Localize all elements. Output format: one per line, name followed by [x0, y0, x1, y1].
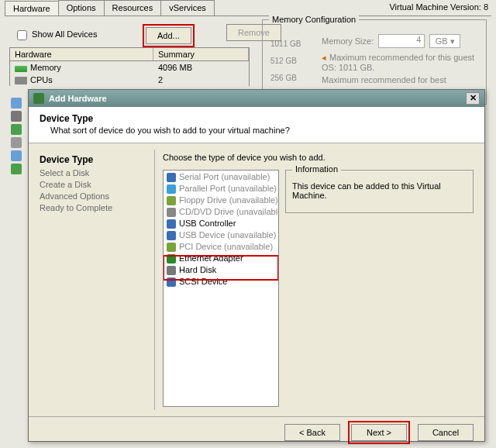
memory-size-label: Memory Size: — [322, 36, 374, 46]
device-type-icon — [167, 243, 176, 252]
device-type-icon — [167, 254, 176, 264]
dialog-heading: Device Type — [40, 113, 474, 124]
memory-icon — [15, 66, 27, 72]
device-option: PCI Device (unavailable) — [164, 241, 278, 253]
mem-rec-1: Maximum recommended for this guest OS: 1… — [322, 53, 474, 72]
tabs: Hardware Options Resources vServices — [5, 0, 214, 16]
device-type-icon — [167, 219, 176, 229]
step-item[interactable]: Select a Disk — [40, 168, 146, 177]
hardware-table: Hardware Summary Memory 4096 MB CPUs 2 — [9, 47, 250, 86]
device-option[interactable]: USB Controller — [164, 218, 278, 229]
device-type-icon — [167, 173, 176, 182]
info-text: This device can be added to this Virtual… — [292, 181, 467, 200]
next-button-highlight: Next > — [348, 421, 410, 444]
memory-size-input[interactable]: 4 — [378, 34, 425, 48]
device-type-icon — [167, 277, 176, 287]
device-icon — [11, 137, 22, 148]
arrow-icon: ◂ — [322, 53, 326, 62]
wizard-steps: Device Type Select a Disk Create a Disk … — [36, 150, 150, 410]
show-all-devices[interactable]: Show All Devices — [14, 28, 97, 43]
choose-device-label: Choose the type of device you wish to ad… — [163, 153, 474, 162]
step-item[interactable]: Advanced Options — [40, 191, 146, 201]
device-option: Floppy Drive (unavailable) — [164, 195, 278, 206]
device-type-icon — [167, 184, 176, 194]
tab-resources[interactable]: Resources — [104, 0, 162, 16]
step-item[interactable]: Ready to Complete — [40, 203, 146, 212]
device-option[interactable]: SCSI Device — [164, 276, 278, 288]
cancel-button[interactable]: Cancel — [418, 424, 474, 441]
device-type-icon — [167, 231, 176, 240]
cpu-icon — [15, 77, 27, 84]
device-option: Parallel Port (unavailable) — [164, 183, 278, 195]
show-all-label: Show All Devices — [32, 29, 97, 39]
device-type-icon — [167, 196, 176, 205]
show-all-checkbox[interactable] — [17, 30, 27, 40]
dialog-title: Add Hardware — [49, 94, 107, 103]
device-type-icon — [167, 266, 176, 275]
col-hardware[interactable]: Hardware — [10, 48, 153, 60]
info-title: Information — [292, 164, 341, 174]
tab-hardware[interactable]: Hardware — [5, 1, 59, 16]
back-button[interactable]: < Back — [284, 424, 340, 441]
mem-rec-2: Maximum recommended for best — [322, 75, 446, 84]
device-icon — [11, 124, 22, 135]
next-button[interactable]: Next > — [351, 424, 407, 441]
memory-scale: 1011 GB 512 GB 256 GB — [270, 36, 301, 87]
device-option: CD/DVD Drive (unavailable) — [164, 206, 278, 218]
hw-row-memory[interactable]: Memory 4096 MB — [10, 61, 249, 74]
step-current[interactable]: Device Type — [40, 154, 146, 165]
step-item[interactable]: Create a Disk — [40, 180, 146, 189]
hw-row-cpus[interactable]: CPUs 2 — [10, 74, 249, 86]
dialog-subheading: What sort of device do you wish to add t… — [50, 126, 474, 135]
add-hardware-dialog: Add Hardware ✕ Device Type What sort of … — [28, 89, 485, 442]
tab-vservices[interactable]: vServices — [160, 0, 215, 16]
vm-version-label: Virtual Machine Version: 8 — [389, 2, 488, 12]
device-option[interactable]: Ethernet Adapter — [164, 253, 278, 264]
device-option[interactable]: Hard Disk — [164, 264, 278, 276]
device-icon — [11, 164, 22, 174]
tab-options[interactable]: Options — [58, 0, 105, 16]
dialog-title-icon — [33, 93, 44, 104]
add-button[interactable]: Add... — [146, 27, 191, 44]
device-list[interactable]: Serial Port (unavailable)Parallel Port (… — [163, 170, 279, 407]
memory-unit-select[interactable]: GB ▾ — [429, 34, 460, 48]
information-panel: Information This device can be added to … — [285, 170, 474, 213]
close-icon[interactable]: ✕ — [466, 92, 480, 105]
device-type-icon — [167, 208, 176, 217]
add-button-highlight: Add... — [143, 24, 195, 47]
col-summary[interactable]: Summary — [153, 48, 249, 60]
dialog-titlebar[interactable]: Add Hardware ✕ — [29, 90, 484, 107]
device-option: USB Device (unavailable) — [164, 229, 278, 241]
device-icon — [11, 150, 22, 161]
device-icon — [11, 111, 22, 122]
device-icon — [11, 98, 22, 109]
device-option: Serial Port (unavailable) — [164, 171, 278, 183]
device-icon-strip — [11, 98, 23, 177]
memory-config-title: Memory Configuration — [269, 15, 359, 24]
